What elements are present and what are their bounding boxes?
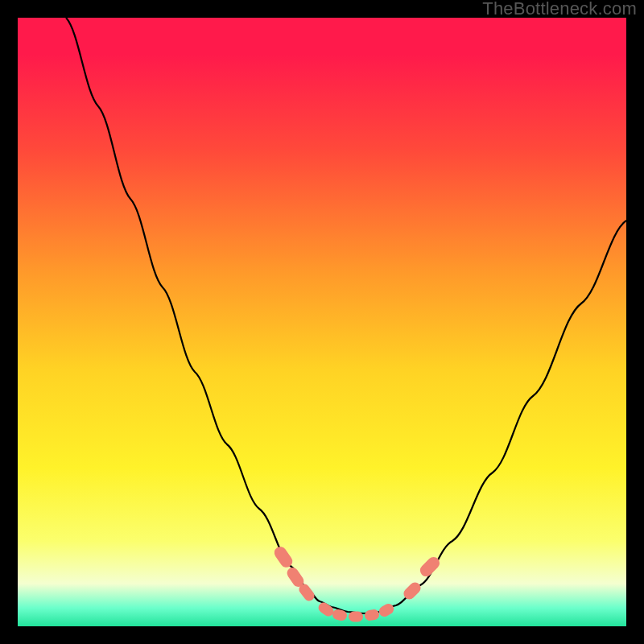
bottleneck-curve (66, 18, 626, 613)
watermark-text: TheBottleneck.com (482, 0, 637, 18)
chart-plot-area (18, 18, 626, 626)
marker-floor-5 (378, 602, 396, 619)
marker-floor-2 (332, 609, 348, 621)
marker-floor-4 (364, 609, 380, 621)
chart-svg (18, 18, 626, 626)
chart-frame: TheBottleneck.com (0, 0, 644, 644)
curve-group (66, 18, 626, 613)
markers-group (272, 544, 442, 622)
marker-floor-3 (349, 611, 363, 622)
